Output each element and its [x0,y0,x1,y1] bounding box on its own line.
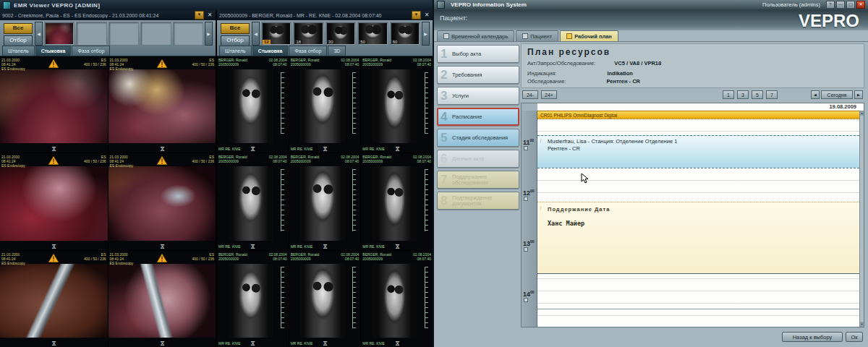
endoscopy-image [0,166,108,240]
prev-day-button[interactable]: ◀ [811,90,820,99]
thumb-next-button[interactable]: ▶ [205,22,213,46]
endoscopy-image-cell[interactable]: 21.03.2000 08:41:24 ES EndoscopyES 400 /… [0,153,108,249]
user-label: Пользователь (admins) [762,1,820,8]
endoscopy-image-cell[interactable]: 21.03.2000 08:41:24 ES EndoscopyES 400 /… [109,153,216,249]
maximize-button[interactable]: ▢ [846,1,855,9]
tab-faza-otbor[interactable]: Фаза отбор [72,46,110,56]
time-label-11: 1100 [523,138,537,153]
endoscopy-image-cell[interactable]: 21.03.2000 08:41:24 ES EndoscopyES 400 /… [109,56,216,153]
tab-stykovka[interactable]: Стыковка [252,46,289,56]
appointment-block[interactable]: ∕ Musterfrau, Lisa - Станция: Отделение … [537,135,859,168]
series-close-button[interactable]: ✕ [423,12,430,19]
endoscopy-image [109,264,216,338]
thumb-prev-button[interactable]: ◀ [252,22,260,46]
tab-time-calendar[interactable]: Временной календарь [437,30,514,41]
endoscopy-image-cell[interactable]: 21.03.2000 08:41:24 ES EndoscopyES 400 /… [109,251,216,347]
step-raspisanie[interactable]: 4Расписание [437,108,519,126]
mr-image-cell[interactable]: BERGER, Ronald 200500000902.08.2004 08:0… [289,251,361,347]
zoom-in-24-button[interactable]: 24+ [541,90,557,99]
step-trebovaniya[interactable]: 2Требования [437,66,519,84]
mr-image-cell[interactable]: BERGER, Ronald 200500000902.08.2004 08:0… [289,56,361,153]
next-day-button[interactable]: ▶ [854,90,863,99]
tab-faza-otbor[interactable]: Фаза отбор [289,46,327,56]
scale-ruler-icon [281,72,284,134]
cell-overlay-text: MR RE. KNIE [362,147,385,151]
step-label: Подтверждение документов [452,195,519,207]
mr-image-cell[interactable]: BERGER, Ronald 200500000902.08.2004 08:0… [361,56,433,153]
note-block[interactable]: ∕ Поддержание Дата Ханс Майер [537,202,859,274]
thumbnail-empty[interactable] [140,22,171,46]
series-dropdown-button[interactable]: ▼ [195,11,204,20]
tab-3d[interactable]: 3D [328,46,346,56]
close-button[interactable]: ✕ [856,1,865,9]
all-button[interactable]: Все [221,23,250,34]
thumbnail-empty[interactable] [109,22,139,46]
tab-shtapel[interactable]: Штапель [219,46,252,56]
endoscopy-image [109,69,216,143]
mr-image [300,69,344,143]
minimize-button[interactable]: — [836,1,845,9]
tab-stykovka[interactable]: Стыковка [35,46,72,56]
mr-image-cell[interactable]: BERGER, Ronald 200500000902.08.2004 08:0… [217,56,289,153]
thumbnail[interactable] [44,22,75,46]
ok-button[interactable]: Ок [846,332,863,342]
step-number: 6 [441,153,452,165]
mr-image-cell[interactable]: BERGER, Ronald 200500000902.08.2004 08:0… [217,153,289,249]
hourglass-icon: ⋈ [394,146,400,152]
step-stadiya-obsledovaniya[interactable]: 5Стадия обследования [437,129,519,147]
appointment-line2: Рентген - CR [548,145,580,152]
cell-overlay-text: MR RE. KNIE [218,244,241,249]
view-5-day-button[interactable]: 5 [752,90,763,99]
view-3-day-button[interactable]: 3 [737,90,749,99]
tab-shtapel[interactable]: Штапель [2,46,35,56]
tab-work-plan[interactable]: Рабочий план [560,30,618,41]
today-button[interactable]: Сегодня [821,90,853,99]
appointment-line1: Musterfrau, Lisa - Станция: Отделение От… [548,138,677,145]
series-dropdown-button[interactable]: ▼ [412,11,421,20]
thumbnail[interactable]: 60 [390,22,420,46]
hourglass-icon: ⋈ [250,340,255,346]
thumbnail[interactable]: 30 [326,22,356,46]
ris-titlebar[interactable]: VEPRO Information System Пользователь (a… [434,0,868,9]
help-button[interactable]: ? [826,1,835,9]
warning-icon [48,252,59,261]
thumbnail[interactable]: 50 [357,22,388,46]
step-label: Требования [452,72,482,78]
select-button[interactable]: Отбор [221,35,250,46]
vepro-logo: VEPRO [799,11,859,31]
thumbnail-empty[interactable] [173,22,203,46]
mr-image-cell[interactable]: BERGER, Ronald 200500000902.08.2004 08:0… [361,153,433,249]
cell-overlay-text: BERGER, Ronald 2005000009 [362,155,391,163]
resource-header-bar[interactable]: CR01 PHILIPS OmniDiagnost Digital [537,111,859,119]
scroll-down-icon[interactable]: ▼ [860,322,864,327]
step-vybor-akta[interactable]: 1Выбор акта [437,45,519,63]
select-button[interactable]: Отбор [4,35,33,46]
zoom-out-24-button[interactable]: 24- [522,90,538,99]
back-to-selection-button[interactable]: Назад к выбору [782,332,843,342]
endoscopy-image-cell[interactable]: 21.03.2000 08:41:24 ES EndoscopyES 400 /… [0,56,108,153]
thumbnail[interactable]: 18 [293,22,323,46]
tab-patient[interactable]: Пациент [516,30,558,41]
field-value: VC5 / VA8 / VPR18 [614,60,661,67]
mr-image-cell[interactable]: BERGER, Ronald 200500000902.08.2004 08:0… [361,251,433,347]
series-close-button[interactable]: ✕ [206,12,213,19]
all-button[interactable]: Все [4,23,33,34]
mr-image-cell[interactable]: BERGER, Ronald 200500000902.08.2004 08:0… [217,251,289,347]
step-uslugi[interactable]: 3Услуги [437,87,519,105]
thumbnail[interactable]: 12 [261,22,292,46]
schedule-toolbar: 24- 24+ 1 3 5 7 ◀ Сегодня ▶ [521,90,864,101]
mr-image-cell[interactable]: BERGER, Ronald 200500000902.08.2004 08:0… [289,153,361,249]
schedule-scrollbar[interactable]: ▲ ▼ [859,111,864,327]
thumb-prev-button[interactable]: ◀ [35,22,43,46]
viewer-titlebar[interactable]: EMR Viewer VEPRO [ADMIN] [0,0,433,10]
thumb-next-button[interactable]: ▶ [422,22,430,46]
thumbnail-empty[interactable] [76,22,106,46]
view-1-day-button[interactable]: 1 [723,90,734,99]
screen: EMR Viewer VEPRO [ADMIN] 9002 - Creekmor… [0,0,868,347]
mr-patient-bar[interactable]: 2005000009 - BERGER, Ronald - MR - RE. K… [217,10,433,20]
view-7-day-button[interactable]: 7 [766,90,778,99]
endoscopy-image-cell[interactable]: 21.03.2000 08:41:24 ES EndoscopyES 400 /… [0,251,108,347]
schedule-body[interactable]: ∕ Musterfrau, Lisa - Станция: Отделение … [537,119,859,327]
endoscopy-patient-bar[interactable]: 9002 - Creekmore, Paula - ES - ES Endosc… [0,10,216,20]
scroll-up-icon[interactable]: ▲ [860,111,864,116]
